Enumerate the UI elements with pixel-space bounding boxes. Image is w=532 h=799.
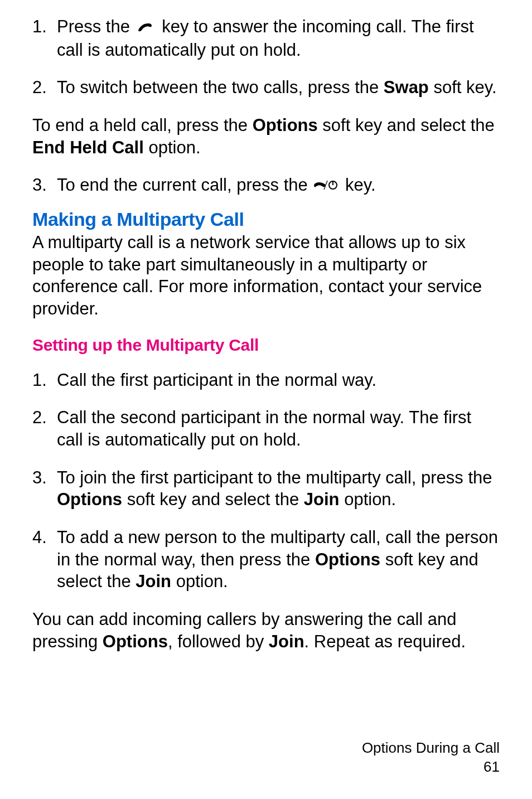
list-number: 2.: [32, 406, 57, 451]
footer-page-number: 61: [362, 758, 500, 777]
softkey-swap: Swap: [384, 78, 429, 97]
list-body: Call the second participant in the norma…: [57, 406, 500, 451]
text: . Repeat as required.: [304, 632, 466, 651]
softkey-options: Options: [57, 490, 122, 509]
list-item-2: 2. To switch between the two calls, pres…: [32, 76, 500, 99]
text: To end the current call, press the: [57, 175, 312, 195]
softkey-options: Options: [315, 550, 380, 569]
paragraph-end-held: To end a held call, press the Options so…: [32, 114, 500, 158]
list-body: To join the first participant to the mul…: [57, 467, 500, 511]
list-item-3: 3. To end the current call, press the ke…: [32, 174, 500, 197]
list-number: 2.: [32, 76, 57, 99]
text: key.: [345, 175, 376, 195]
list-item-m4: 4. To add a new person to the multiparty…: [32, 526, 500, 593]
text: soft key.: [429, 78, 497, 97]
text: , followed by: [168, 632, 269, 651]
option-join: Join: [304, 490, 340, 509]
option-join: Join: [269, 632, 304, 651]
list-body: To end the current call, press the key.: [57, 174, 500, 197]
heading-making-multiparty-call: Making a Multiparty Call: [32, 209, 500, 230]
list-number: 3.: [32, 467, 57, 511]
text: option.: [340, 490, 396, 509]
text: soft key and select the: [318, 115, 495, 135]
text: Press the: [57, 17, 135, 36]
text: soft key and select the: [122, 490, 304, 509]
list-body: Call the first participant in the normal…: [57, 369, 500, 391]
list-body: Press the key to answer the incoming cal…: [57, 16, 500, 61]
option-join: Join: [136, 572, 171, 591]
list-number: 4.: [32, 526, 57, 593]
text: To end a held call, press the: [32, 115, 253, 135]
footer-section-title: Options During a Call: [362, 739, 500, 758]
list-number: 3.: [32, 174, 57, 197]
text: To switch between the two calls, press t…: [57, 78, 384, 97]
option-end-held-call: End Held Call: [32, 138, 144, 157]
text: To join the first participant to the mul…: [57, 468, 492, 487]
text: option.: [171, 572, 228, 591]
list-number: 1.: [32, 369, 57, 391]
list-item-m3: 3. To join the first participant to the …: [32, 467, 500, 511]
list-body: To add a new person to the multiparty ca…: [57, 526, 500, 593]
list-item-1: 1. Press the key to answer the incoming …: [32, 16, 500, 61]
text: option.: [144, 138, 201, 157]
list-item-m2: 2. Call the second participant in the no…: [32, 406, 500, 451]
page-footer: Options During a Call 61: [362, 739, 500, 777]
heading-setting-up-multiparty: Setting up the Multiparty Call: [32, 336, 500, 355]
paragraph-multiparty-desc: A multiparty call is a network service t…: [32, 231, 500, 320]
list-body: To switch between the two calls, press t…: [57, 76, 500, 99]
end-power-key-icon: [312, 175, 340, 197]
call-key-icon: [135, 17, 157, 39]
softkey-options: Options: [103, 632, 168, 651]
list-item-m1: 1. Call the first participant in the nor…: [32, 369, 500, 391]
softkey-options: Options: [253, 115, 318, 135]
document-page: 1. Press the key to answer the incoming …: [0, 0, 532, 799]
paragraph-add-incoming: You can add incoming callers by answerin…: [32, 608, 500, 652]
list-number: 1.: [32, 16, 57, 61]
